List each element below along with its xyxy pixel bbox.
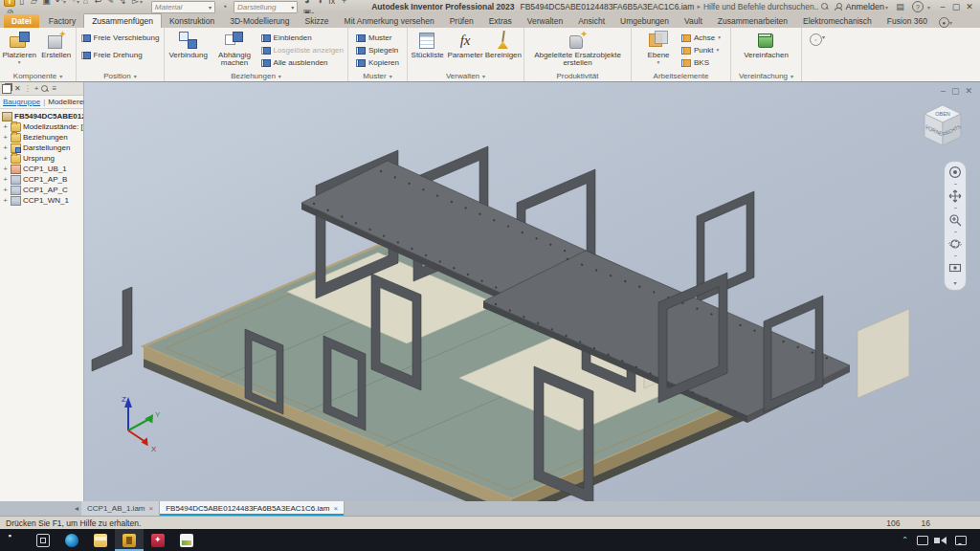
color-wheel-icon[interactable]: ◔ — [218, 1, 231, 12]
ribbon-tab-zusammenarbeiten[interactable]: Zusammenarbeiten — [710, 14, 795, 28]
task-view-button[interactable] — [29, 529, 57, 551]
tree-item-ccp1-ub-1[interactable]: +CCP1_UB_1 — [2, 164, 83, 174]
browser-search-icon[interactable] — [41, 85, 49, 93]
app-logo-icon[interactable]: I — [4, 0, 15, 7]
ribbon-tab-factory[interactable]: Factory — [41, 14, 83, 28]
home-icon[interactable]: ⌂ — [79, 0, 92, 7]
spiegeln-button[interactable]: Spiegeln — [354, 44, 401, 55]
platzieren-button[interactable]: Platzieren ▾ — [2, 29, 37, 65]
tab-baugruppe[interactable]: Baugruppe — [3, 98, 40, 106]
ebene-button[interactable]: Ebene ▾ — [639, 29, 678, 65]
tab-overflow-icon[interactable]: ● — [939, 17, 949, 28]
expand-icon[interactable]: + — [2, 175, 9, 184]
ribbon-tab-datei[interactable]: Datei — [4, 14, 39, 28]
parameter-button[interactable]: fx Parameter — [447, 29, 482, 59]
tree-item-ccp1-ap-c[interactable]: +CCP1_AP_C — [2, 185, 83, 195]
ribbon-group-label-verwalten[interactable]: Verwalten▾ — [410, 70, 522, 81]
expand-icon[interactable]: + — [2, 196, 9, 205]
freie-verschiebung-button[interactable]: Freie Verschiebung — [79, 32, 162, 43]
verbindung-button[interactable]: Verbindung — [167, 29, 210, 59]
orbit-icon[interactable] — [948, 237, 962, 251]
browser-menu-icon[interactable]: ≡ — [52, 84, 56, 93]
ribbon-options-icon[interactable]: ◦ — [810, 33, 822, 46]
doc-close-button[interactable]: ✕ — [965, 86, 972, 96]
expand-icon[interactable]: + — [2, 186, 9, 194]
minimize-button[interactable]: – — [936, 1, 949, 12]
viewport-3d[interactable]: –▢✕ OBEN VORNE RECHTS — [84, 82, 980, 501]
ribbon-group-label-komponente[interactable]: Komponente▾ — [2, 70, 74, 81]
bks-button[interactable]: BKS — [679, 56, 723, 68]
achse-button[interactable]: Achse ▾ — [679, 32, 723, 43]
ribbon-tab-elektromechanisch[interactable]: Elektromechanisch — [795, 14, 880, 28]
expand-icon[interactable]: + — [2, 154, 9, 163]
ribbon-tab-skizze[interactable]: Skizze — [298, 14, 337, 28]
help-button[interactable]: ? — [912, 1, 924, 12]
expand-icon[interactable]: + — [2, 165, 9, 173]
notification-icon[interactable] — [955, 536, 967, 545]
tree-item-ccp1-ap-b[interactable]: +CCP1_AP_B — [2, 174, 83, 185]
new-document-icon[interactable]: ▯ — [15, 0, 28, 7]
zoom-icon[interactable] — [948, 213, 962, 227]
edge-icon[interactable] — [57, 529, 86, 551]
stueckliste-button[interactable]: Stückliste — [410, 29, 445, 59]
ribbon-group-label-beziehungen[interactable]: Beziehungen▾ — [167, 70, 345, 81]
tree-item-darstellungen[interactable]: +Darstellungen — [2, 143, 83, 153]
vereinfachen-button[interactable]: Vereinfachen — [742, 29, 791, 59]
ribbon-group-label-produktivitaet[interactable]: Produktivität — [526, 70, 629, 81]
ribbon-tab-3d-modellierung[interactable]: 3D-Modellierung — [222, 14, 297, 28]
punkt-button[interactable]: Punkt ▾ — [679, 44, 723, 55]
tab-scroll-left-icon[interactable]: ◂ — [75, 504, 78, 513]
ribbon-tab-konstruktion[interactable]: Konstruktion — [162, 14, 222, 28]
close-tab-icon[interactable]: × — [333, 504, 338, 513]
close-panel-icon[interactable]: ✕ — [14, 84, 21, 93]
navigation-wheel-icon[interactable] — [948, 165, 962, 179]
ribbon-group-label-position[interactable]: Position▾ — [78, 70, 162, 81]
ribbon-tab-extras[interactable]: Extras — [481, 14, 520, 28]
pan-icon[interactable] — [948, 189, 962, 203]
parameters-fx-icon[interactable]: fx — [325, 0, 338, 7]
alle-ausblenden-button[interactable]: Alle ausblenden — [259, 56, 345, 68]
measure-plus-icon[interactable]: + — [338, 0, 350, 7]
ribbon-tab-prüfen[interactable]: Prüfen — [442, 14, 481, 28]
tab-modellieren[interactable]: Modellieren — [48, 98, 87, 106]
ribbon-tab-zusammenfügen[interactable]: Zusammenfügen — [83, 13, 162, 28]
tree-root[interactable]: FB5494DC5ABE0124483FA6B5A3EAC1C6.iam — [2, 111, 83, 121]
autodesk-app-icon[interactable] — [144, 529, 172, 551]
return-icon[interactable]: ↩ — [92, 0, 104, 7]
tree-item-ursprung[interactable]: +Ursprung — [2, 153, 83, 164]
losgeloeste-anzeigen-button[interactable]: Losgelöste anzeigen — [259, 44, 345, 55]
open-icon[interactable]: ▱ — [28, 0, 40, 7]
store-cart-icon[interactable]: ▤ — [894, 1, 906, 12]
abhaengig-machen-button[interactable]: Abhängig machen — [212, 29, 256, 68]
tree-item-ccp1-wn-1[interactable]: +CCP1_WN_1 — [2, 195, 83, 206]
doc-minimize-button[interactable]: – — [941, 86, 946, 96]
close-button[interactable]: ✕ — [963, 1, 976, 12]
document-tab-inactive[interactable]: CCP1_AB_1.iam× — [81, 501, 160, 516]
appearance-wheel-icon[interactable]: ◕ — [301, 0, 313, 7]
einblenden-button[interactable]: Einblenden — [259, 32, 345, 43]
close-tab-icon[interactable]: × — [149, 504, 154, 513]
add-browser-icon[interactable]: + — [34, 84, 39, 93]
sign-in-button[interactable]: Anmelden ▾ — [835, 2, 888, 11]
ribbon-tab-vault[interactable]: Vault — [677, 14, 710, 28]
view-cube[interactable]: OBEN VORNE RECHTS — [915, 99, 970, 155]
look-at-icon[interactable] — [948, 261, 962, 275]
bereinigen-button[interactable]: Bereinigen — [485, 29, 522, 59]
file-explorer-icon[interactable] — [86, 529, 115, 551]
ribbon-tab-ansicht[interactable]: Ansicht — [570, 14, 612, 28]
abgeleitete-ersatzobjekte-button[interactable]: Abgeleitete Ersatzobjekte erstellen — [528, 29, 628, 68]
document-tab-active[interactable]: FB5494DC5ABE0124483FA6B5A3EAC1C6.iam× — [160, 501, 345, 516]
tray-expand-icon[interactable]: ⌃ — [902, 536, 908, 544]
navbar-more-icon[interactable]: ▾ — [953, 279, 956, 286]
help-search[interactable]: ▸ Hilfe und Befehle durchsuchen.. — [697, 2, 829, 11]
expand-icon[interactable]: + — [2, 143, 9, 152]
document-app-icon[interactable] — [172, 529, 201, 551]
pages-icon[interactable] — [2, 84, 11, 94]
adjust-appearance-icon[interactable]: ◑ — [313, 0, 325, 7]
display-icon[interactable] — [917, 536, 928, 545]
ribbon-tab-fusion-360[interactable]: Fusion 360 — [880, 14, 935, 28]
expand-icon[interactable]: + — [2, 122, 9, 131]
ribbon-tab-verwalten[interactable]: Verwalten — [520, 14, 570, 28]
appearance-dropdown[interactable]: Darstellung▾ — [234, 1, 298, 13]
start-button[interactable] — [0, 529, 29, 551]
